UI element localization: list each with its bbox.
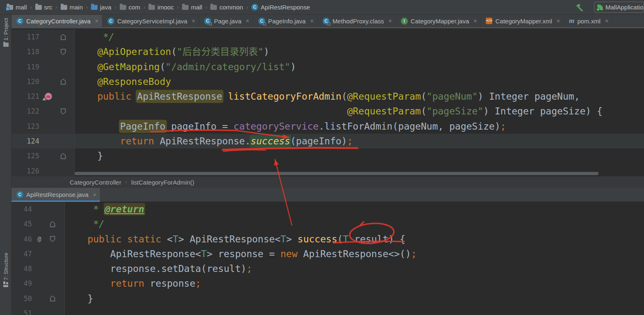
code-token: */: [93, 219, 105, 229]
breadcrumb-item-java[interactable]: java: [91, 4, 112, 11]
spring-boot-run-icon: [597, 5, 603, 10]
fold-marker-expand-icon[interactable]: [61, 108, 66, 114]
gutter: 118: [11, 44, 75, 59]
gutter: 124: [11, 134, 75, 148]
gutter-fold-slot: [47, 306, 58, 315]
code-text: }: [65, 291, 93, 306]
breadcrumb-item-common[interactable]: common: [210, 4, 243, 11]
class-icon: C: [204, 18, 211, 25]
close-icon[interactable]: ×: [95, 18, 98, 24]
close-icon[interactable]: ×: [93, 192, 96, 198]
run-configuration-label: MallApplication: [605, 4, 644, 11]
breadcrumb-item-src[interactable]: src: [35, 4, 52, 11]
code-breadcrumb-item[interactable]: listCategoryForAdmin(): [131, 179, 194, 186]
breadcrumb-item-imooc[interactable]: imooc: [148, 4, 174, 11]
line-number: 125: [11, 148, 39, 163]
code-token: ApiRestResponse<>(): [298, 249, 411, 259]
tab-categorycontroller-java[interactable]: CCategoryController.java×: [11, 15, 102, 27]
code-token: Integer pageSize: [495, 106, 586, 116]
code-token: ): [264, 46, 269, 57]
gutter: 47: [11, 247, 65, 261]
breadcrumb-separator: ›: [205, 5, 207, 10]
tab-label: Page.java: [214, 18, 241, 25]
annotated-icon[interactable]: @: [37, 235, 41, 243]
breadcrumb-item-main[interactable]: main: [61, 4, 83, 11]
fold-marker-collapse-icon[interactable]: [61, 79, 66, 85]
code-token: "后台分类目录列表": [177, 46, 264, 57]
editor-category-controller[interactable]: 117 */118 @ApiOperation("后台分类目录列表")119 @…: [11, 30, 644, 176]
code-token: success: [250, 136, 290, 146]
breadcrumb-label: imooc: [157, 4, 174, 11]
code-token: (: [341, 91, 347, 102]
tab-apirestresponse[interactable]: C ApiRestResponse.java ×: [11, 188, 100, 201]
code-token: > ApiRestResponse<: [178, 234, 280, 244]
code-token: ): [478, 91, 489, 102]
code-token: ;: [347, 136, 353, 146]
run-configuration-select[interactable]: MallApplication: [594, 2, 644, 13]
fold-marker-collapse-icon[interactable]: [50, 295, 55, 301]
code-token: @return: [105, 204, 144, 215]
tab-label: CategoryServiceImpl.java: [117, 18, 187, 25]
close-icon[interactable]: ×: [605, 18, 608, 24]
fold-marker-expand-icon[interactable]: [50, 236, 55, 242]
tab-page-java[interactable]: CPage.java×: [199, 15, 253, 27]
editor-apirestresponse[interactable]: 44 * @return45 */46@ public static <T> A…: [11, 202, 644, 315]
code-token: ) {: [388, 234, 405, 244]
breadcrumb-separator: ›: [86, 5, 88, 10]
close-icon[interactable]: ×: [473, 18, 477, 24]
gutter-fold-slot: [57, 44, 69, 59]
breadcrumb-item-mall[interactable]: mall: [182, 4, 203, 11]
horizontal-scrollbar-thumb[interactable]: [75, 172, 598, 175]
close-icon[interactable]: ×: [557, 18, 560, 24]
close-icon[interactable]: ×: [246, 18, 249, 24]
code-token: [65, 219, 93, 229]
breadcrumb-item-mall[interactable]: mall: [7, 4, 27, 11]
code-line: 118 @ApiOperation("后台分类目录列表"): [11, 44, 644, 59]
breadcrumb-item-com[interactable]: com: [120, 4, 140, 11]
code-breadcrumb: CategoryController›listCategoryForAdmin(…: [11, 176, 644, 188]
close-icon[interactable]: ×: [388, 18, 391, 24]
gutter: 50: [11, 291, 65, 306]
code-token: response.setData(result): [110, 263, 246, 274]
class-icon: C: [258, 18, 265, 25]
tab-pageinfo-java[interactable]: CPageInfo.java×: [253, 15, 318, 27]
code-token: [65, 204, 93, 215]
fold-marker-collapse-icon[interactable]: [61, 34, 66, 40]
code-token: result: [348, 234, 388, 244]
gutter-icon-slot: @: [32, 232, 47, 247]
close-icon[interactable]: ×: [192, 18, 195, 24]
folder-icon: [35, 5, 42, 10]
code-line: 124 return ApiRestResponse.success(pageI…: [11, 134, 644, 148]
gutter-icon-slot: [32, 202, 47, 217]
tab-categoryserviceimpl-java[interactable]: CCategoryServiceImpl.java×: [102, 15, 199, 27]
tab-categorymapper-java[interactable]: ICategoryMapper.java×: [396, 15, 481, 27]
spring-mapping-icon[interactable]: m: [45, 93, 52, 100]
gutter: 45: [11, 217, 65, 231]
code-token: pageInfo =: [166, 121, 234, 132]
fold-marker-collapse-icon[interactable]: [61, 153, 66, 159]
tool-window-project[interactable]: 1: Project: [0, 18, 11, 47]
code-line: 123 PageInfo pageInfo = categoryService.…: [11, 119, 644, 134]
gutter: 123: [11, 119, 75, 134]
build-hammer-icon[interactable]: [574, 3, 583, 12]
gutter-fold-slot: [47, 217, 58, 231]
close-icon[interactable]: ×: [310, 18, 314, 24]
fold-marker-collapse-icon[interactable]: [50, 221, 55, 227]
code-breadcrumb-item[interactable]: CategoryController: [70, 179, 121, 186]
code-token: [75, 76, 97, 87]
tab-pom-xml[interactable]: mpom.xml×: [564, 15, 612, 27]
tab-methodproxy-class[interactable]: CMethodProxy.class×: [318, 15, 396, 27]
code-line: 50 }: [11, 291, 644, 306]
structure-icon: [3, 282, 8, 287]
code-text: }: [75, 148, 103, 163]
tool-window-structure[interactable]: 7: Structure: [0, 253, 11, 287]
gutter: 46@: [11, 232, 65, 247]
fold-marker-expand-icon[interactable]: [61, 49, 66, 55]
breadcrumb-label: main: [70, 4, 83, 11]
breadcrumb-item-ApiRestResponse[interactable]: CApiRestResponse: [251, 4, 310, 11]
gutter: 122: [11, 104, 75, 119]
line-number: 49: [11, 276, 32, 291]
tab-categorymapper-xml[interactable]: </>CategoryMapper.xml×: [481, 15, 564, 27]
line-number: 122: [11, 104, 39, 119]
code-token: [131, 91, 137, 102]
